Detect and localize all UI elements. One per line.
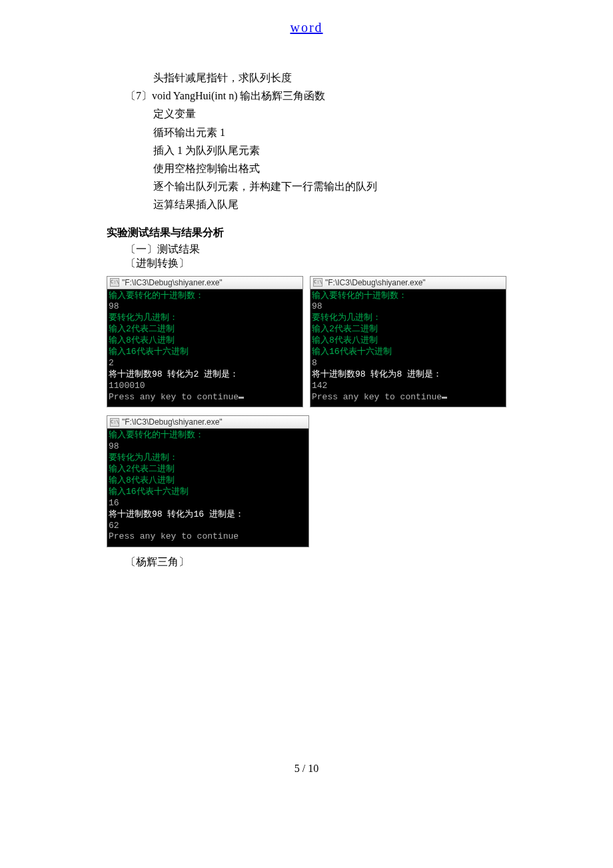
- terminal-text: 输入要转化的十进制数：: [312, 291, 407, 301]
- page-footer: 5 / 10: [107, 763, 506, 775]
- text-line: 〔7〕void YangHui(int n) 输出杨辉三角函数: [107, 87, 506, 105]
- text-line: 定义变量: [107, 105, 506, 123]
- terminal-text: Press any key to continue: [312, 392, 442, 402]
- word-link[interactable]: word: [290, 20, 322, 35]
- terminal-text: 输入要转化的十进制数：: [109, 430, 204, 440]
- terminal-text: 输入2代表二进制: [109, 324, 175, 334]
- cursor-icon: [442, 397, 447, 399]
- terminal-body: 输入要转化的十进制数： 98 要转化为几进制： 输入2代表二进制 输入8代表八进…: [107, 429, 308, 547]
- app-icon: C:\: [110, 418, 119, 427]
- terminal-text: 将十进制数98 转化为2 进制是：: [109, 369, 239, 379]
- terminal-text: 98: [312, 301, 322, 311]
- terminal-body: 输入要转化的十进制数： 98 要转化为几进制： 输入2代表二进制 输入8代表八进…: [310, 289, 506, 407]
- terminal-body: 输入要转化的十进制数： 98 要转化为几进制： 输入2代表二进制 输入8代表八进…: [107, 289, 303, 407]
- terminal-text: Press any key to continue: [109, 392, 239, 402]
- terminal-row-top: C:\ "F:\IC3\Debug\shiyaner.exe" 输入要转化的十进…: [107, 276, 506, 416]
- header-link: word: [107, 20, 506, 35]
- terminal-text: 将十进制数98 转化为8 进制是：: [312, 369, 442, 379]
- terminal-text: 输入2代表二进制: [312, 324, 378, 334]
- terminal-text: 输入2代表二进制: [109, 464, 175, 474]
- text-line: 头指针减尾指针，求队列长度: [107, 69, 506, 87]
- text-line: 逐个输出队列元素，并构建下一行需输出的队列: [107, 177, 506, 195]
- terminal-text: 要转化为几进制：: [109, 313, 178, 323]
- terminal-text: 输入8代表八进制: [109, 335, 175, 345]
- terminal-text: 要转化为几进制：: [109, 453, 178, 463]
- terminal-text: 98: [109, 441, 119, 451]
- terminal-text: 1100010: [109, 381, 145, 391]
- terminal-text: 输入8代表八进制: [109, 475, 175, 485]
- body-text: 头指针减尾指针，求队列长度 〔7〕void YangHui(int n) 输出杨…: [107, 69, 506, 214]
- terminal-titlebar: C:\ "F:\IC3\Debug\shiyaner.exe": [107, 416, 308, 429]
- terminal-text: 将十进制数98 转化为16 进制是：: [109, 509, 244, 519]
- terminal-text: 输入16代表十六进制: [109, 487, 189, 497]
- terminal-text: 输入要转化的十进制数：: [109, 291, 204, 301]
- terminal-text: 8: [312, 358, 317, 368]
- terminal-text: Press any key to continue: [109, 531, 239, 541]
- section-heading: 实验测试结果与结果分析: [107, 226, 506, 240]
- terminal-text: 62: [109, 521, 119, 531]
- terminal-text: 2: [109, 358, 114, 368]
- text-line: 循环输出元素 1: [107, 123, 506, 141]
- terminal-window-hex: C:\ "F:\IC3\Debug\shiyaner.exe" 输入要转化的十进…: [107, 415, 309, 547]
- text-line: 运算结果插入队尾: [107, 195, 506, 213]
- terminal-text: 输入8代表八进制: [312, 335, 378, 345]
- terminal-text: 输入16代表十六进制: [312, 347, 392, 357]
- terminal-text: 98: [109, 301, 119, 311]
- text-line: 〔杨辉三角〕: [107, 555, 506, 569]
- terminal-titlebar: C:\ "F:\IC3\Debug\shiyaner.exe": [107, 277, 303, 289]
- terminal-text: 要转化为几进制：: [312, 313, 381, 323]
- text-line: 〔一〕测试结果: [107, 243, 506, 257]
- app-icon: C:\: [110, 278, 119, 287]
- terminal-text: 16: [109, 498, 119, 508]
- text-line: 〔进制转换〕: [107, 257, 506, 271]
- terminal-text: 输入16代表十六进制: [109, 347, 189, 357]
- terminal-window-binary: C:\ "F:\IC3\Debug\shiyaner.exe" 输入要转化的十进…: [107, 276, 303, 408]
- text-line: 使用空格控制输出格式: [107, 159, 506, 177]
- document-page: word 头指针减尾指针，求队列长度 〔7〕void YangHui(int n…: [0, 0, 613, 801]
- app-icon: C:\: [313, 278, 322, 287]
- terminal-titlebar: C:\ "F:\IC3\Debug\shiyaner.exe": [310, 277, 506, 289]
- terminal-window-octal: C:\ "F:\IC3\Debug\shiyaner.exe" 输入要转化的十进…: [310, 276, 506, 408]
- terminal-title: "F:\IC3\Debug\shiyaner.exe": [122, 417, 223, 427]
- terminal-title: "F:\IC3\Debug\shiyaner.exe": [325, 278, 426, 287]
- terminal-title: "F:\IC3\Debug\shiyaner.exe": [122, 278, 223, 287]
- cursor-icon: [239, 397, 244, 399]
- text-line: 插入 1 为队列队尾元素: [107, 141, 506, 159]
- terminal-text: 142: [312, 381, 327, 391]
